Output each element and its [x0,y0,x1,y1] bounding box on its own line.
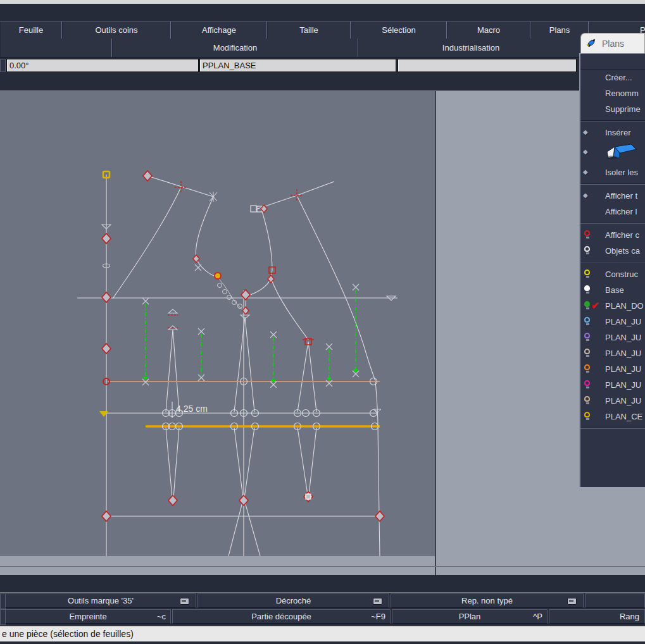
shortcut-label: ~F9 [371,612,385,621]
status-text: e une pièce (sélection de feuilles) [2,629,134,639]
tool-decroche[interactable]: Décroché [197,593,389,608]
menu-taille[interactable]: Taille [267,22,351,39]
diamond-icon: ◆ [583,168,588,175]
panel-plan-construction[interactable]: Construc [580,266,645,282]
bulb-icon [584,285,590,291]
tool-empreinte[interactable]: Empreinte ~c [5,609,171,624]
panel-item-afficher-les[interactable]: Afficher l [580,204,645,220]
measurement-label: 4.25 cm [176,404,208,414]
bulb-icon [584,396,590,402]
tool-rangements[interactable]: Rang [549,609,645,624]
panel-item-creer[interactable]: Créer... [580,70,645,85]
bulb-icon [584,349,590,354]
tool-rep-non-type[interactable]: Rep. non typé [391,593,584,608]
bulb-icon [584,269,590,275]
menu-label: Plans [549,25,570,35]
plans-panel-icon [586,39,598,48]
panel-plan-jupe-1[interactable]: PLAN_JU [580,314,645,330]
panel-plan-jupe-4[interactable]: PLAN_JU [580,361,645,377]
plans-panel-body: Créer... Renomm Supprime ◆Insérer ◆ ◆Iso… [579,53,645,487]
slot-icon[interactable] [180,598,189,605]
application-window: Feuille Outils coins Affichage Taille Sé… [0,0,645,644]
check-icon: ✔ [591,300,599,311]
plan-name-input[interactable]: PPLAN_BASE [199,59,396,72]
tool-partie-decoupee[interactable]: Partie découpée ~F9 [172,609,391,624]
bulb-icon [584,246,590,252]
tab-modification[interactable]: Modification [112,39,358,57]
panel-plan-jupe-3[interactable]: PLAN_JU [580,345,645,361]
tool-pplan[interactable]: PPlan ^P [392,609,548,624]
slot-icon[interactable] [373,598,382,605]
tool-outils-marque[interactable]: Outils marque '35' [5,593,196,608]
eraser-icon [606,143,639,161]
slot-icon[interactable] [567,598,577,605]
plans-panel-title: Plans [602,39,624,49]
field-bar-stub [0,59,6,72]
panel-empty-row [580,54,645,70]
menu-label: Affichage [202,25,236,35]
panel-plan-jupe-6[interactable]: PLAN_JU [580,393,645,409]
panel-plan-ceinture[interactable]: PLAN_CE [580,409,645,424]
menu-feuille[interactable]: Feuille [0,22,62,39]
function-tab-bar: Modification Industrialisation [0,39,645,58]
tab-industrialisation[interactable]: Industrialisation [358,39,584,57]
plans-panel-header[interactable]: Plans [580,33,645,53]
diamond-icon: ◆ [583,128,588,135]
angle-input[interactable]: 0.00° [6,59,199,72]
bulb-icon [584,230,590,236]
tab-empty[interactable] [0,39,112,57]
panel-separator [580,262,645,263]
panel-plan-base[interactable]: Base [580,282,645,298]
menu-label: Macro [477,25,500,35]
menu-selection[interactable]: Sélection [351,22,447,39]
menu-macro[interactable]: Macro [447,22,530,39]
tab-label: Modification [213,43,257,53]
menu-label: Outils coins [95,25,137,35]
bulb-icon [584,301,590,307]
bottom-toolbar-row2: Empreinte ~c Partie découpée ~F9 PPlan ^… [0,609,645,625]
panel-separator [580,223,645,224]
menu-bar: Feuille Outils coins Affichage Taille Sé… [0,21,645,39]
panel-item-objets-caches[interactable]: Objets ca [580,243,645,259]
menu-outils-coins[interactable]: Outils coins [62,22,171,39]
window-bottom-edge [0,641,645,644]
panel-item-afficher-caches[interactable]: Afficher c [580,227,645,243]
plans-panel: Plans Créer... Renomm Supprime ◆Insérer … [579,33,645,487]
bulb-icon [584,364,590,370]
tool-empty[interactable] [585,593,645,608]
panel-item-isoler[interactable]: ◆Isoler les [580,164,645,180]
diamond-icon: ◆ [583,148,588,155]
bulb-icon [584,333,590,338]
diamond-icon: ◆ [583,192,588,199]
pattern-canvas[interactable]: 4.25 cm [0,90,645,575]
panel-item-eraser[interactable]: ◆ [580,140,645,164]
panel-plan-dos[interactable]: ✔PLAN_DO [580,298,645,314]
divider-line [0,592,645,593]
panel-plan-jupe-5[interactable]: PLAN_JU [580,377,645,393]
panel-item-afficher-tout[interactable]: ◆Afficher t [580,188,645,204]
shortcut-label: ~c [157,612,166,621]
menu-label: Sélection [382,25,415,35]
panel-item-inserer[interactable]: ◆Insérer [580,125,645,140]
panel-item-supprimer[interactable]: Supprime [580,101,645,117]
panel-separator [580,183,645,185]
value-bar: 0.00° PPLAN_BASE [0,58,645,73]
bulb-icon [584,317,590,323]
pattern-drawing: 4.25 cm [0,91,645,556]
extra-input[interactable] [398,59,577,72]
panel-separator [580,428,645,429]
panel-separator [580,120,645,121]
status-bar: e une pièce (sélection de feuilles) [0,626,645,641]
window-top-edge [0,0,645,4]
bulb-icon [584,412,590,418]
tab-label: Industrialisation [442,43,499,53]
divider-line [0,566,645,567]
bulb-icon [584,380,590,386]
menu-affichage[interactable]: Affichage [171,22,267,39]
panel-plan-jupe-2[interactable]: PLAN_JU [580,330,645,345]
bottom-toolbar-row1: Outils marque '35' Décroché Rep. non typ… [0,593,645,609]
panel-item-renommer[interactable]: Renomm [580,85,645,101]
menu-label: Taille [299,25,318,35]
menu-label: Feuille [19,25,43,35]
shortcut-label: ^P [533,612,542,621]
